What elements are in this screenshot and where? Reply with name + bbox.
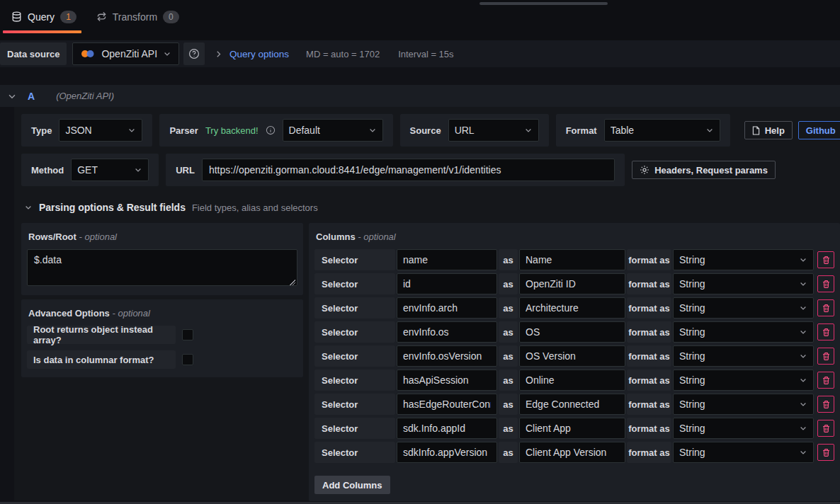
trash-icon: [822, 280, 831, 289]
database-icon: [11, 11, 22, 22]
delete-column-button[interactable]: [817, 396, 834, 413]
column-format-select[interactable]: String: [673, 297, 814, 319]
trash-icon: [822, 304, 831, 313]
github-button[interactable]: Github: [798, 121, 840, 139]
trash-icon: [822, 400, 831, 409]
interval-text: Interval = 15s: [398, 49, 453, 59]
type-row: Type JSON Parser Try backend! Default So…: [21, 114, 840, 147]
parsing-section-header[interactable]: Parsing options & Result fields Field ty…: [24, 199, 840, 216]
column-format-select[interactable]: String: [673, 370, 814, 391]
selector-label: Selector: [314, 273, 395, 294]
chevron-down-icon: [799, 352, 807, 360]
delete-column-button[interactable]: [817, 323, 834, 340]
delete-column-button[interactable]: [817, 372, 834, 389]
alias-input[interactable]: [519, 273, 625, 294]
format-select[interactable]: Table: [604, 119, 720, 142]
rows-root-optional: - optional: [79, 231, 117, 242]
datasource-help-button[interactable]: [183, 42, 205, 65]
selector-input[interactable]: [397, 273, 497, 294]
github-button-label: Github: [806, 125, 836, 136]
columns-panel: Columns - optional Selector as format as…: [309, 223, 840, 501]
alias-input[interactable]: [519, 297, 625, 319]
headers-request-params-button[interactable]: Headers, Request params: [632, 161, 776, 179]
selector-label: Selector: [314, 370, 395, 391]
selector-input[interactable]: [397, 418, 497, 439]
source-label: Source: [410, 125, 441, 136]
help-button[interactable]: Help: [744, 121, 793, 139]
chevron-down-icon: [799, 376, 807, 384]
columnar-format-checkbox[interactable]: [182, 354, 193, 365]
column-format-select[interactable]: String: [673, 418, 814, 439]
type-select[interactable]: JSON: [59, 119, 142, 142]
query-options-toggle[interactable]: Query options: [229, 49, 289, 59]
columns-optional: - optional: [358, 231, 395, 242]
parser-select[interactable]: Default: [283, 119, 383, 142]
help-button-label: Help: [765, 125, 785, 136]
column-format-select[interactable]: String: [673, 321, 814, 343]
format-label: Format: [566, 125, 597, 136]
type-select-value: JSON: [65, 125, 91, 136]
delete-column-button[interactable]: [817, 444, 834, 461]
delete-column-button[interactable]: [817, 348, 834, 365]
alias-input[interactable]: [519, 321, 625, 343]
rows-root-input[interactable]: $.data: [27, 249, 297, 286]
selector-input[interactable]: [397, 442, 497, 463]
source-select[interactable]: URL: [448, 119, 539, 142]
selector-input[interactable]: [397, 321, 497, 343]
delete-column-button[interactable]: [817, 251, 834, 268]
tab-transform[interactable]: Transform 0: [86, 0, 189, 33]
column-format-select[interactable]: String: [673, 345, 814, 367]
selector-input[interactable]: [397, 297, 497, 319]
column-format-select[interactable]: String: [673, 442, 814, 463]
column-mapping-row: Selector as format as String: [314, 418, 834, 439]
method-select-value: GET: [77, 164, 98, 176]
column-format-select[interactable]: String: [673, 273, 814, 294]
alias-input[interactable]: [519, 418, 625, 439]
datasource-picker[interactable]: OpenZiti API: [72, 42, 179, 65]
selector-label: Selector: [314, 394, 395, 415]
selector-input[interactable]: [397, 345, 497, 367]
selector-label: Selector: [314, 442, 395, 463]
trash-icon: [822, 352, 831, 361]
url-input[interactable]: [202, 159, 615, 181]
format-select-value: String: [679, 326, 705, 338]
alias-input[interactable]: [519, 394, 625, 415]
parsing-section-subtitle: Field types, alias and selectors: [192, 202, 318, 213]
format-select-value: String: [679, 374, 705, 386]
alias-input[interactable]: [519, 370, 625, 391]
alias-input[interactable]: [519, 249, 625, 270]
column-format-select[interactable]: String: [673, 249, 814, 270]
alias-input[interactable]: [519, 442, 625, 463]
method-field-group: Method GET: [21, 154, 159, 186]
chevron-down-icon: [134, 166, 142, 174]
chevron-down-icon: [705, 126, 714, 134]
rows-root-label: Rows/Root: [28, 231, 76, 242]
pane-resize-handle[interactable]: [479, 2, 608, 5]
column-mapping-row: Selector as format as String: [314, 442, 834, 463]
alias-input[interactable]: [519, 345, 625, 367]
query-row-header[interactable]: A (OpenZiti API): [0, 85, 840, 107]
tab-query[interactable]: Query 1: [1, 0, 86, 33]
delete-column-button[interactable]: [817, 299, 834, 316]
columnar-format-label: Is data in columnar format?: [27, 350, 176, 369]
selector-input[interactable]: [397, 249, 497, 270]
column-mapping-row: Selector as format as String: [314, 345, 834, 367]
tab-query-label: Query: [28, 11, 55, 23]
selector-input[interactable]: [397, 394, 497, 415]
selector-label: Selector: [314, 297, 395, 319]
selector-input[interactable]: [397, 370, 497, 391]
trash-icon: [822, 376, 831, 385]
selector-label: Selector: [314, 418, 395, 439]
root-returns-object-checkbox[interactable]: [182, 329, 193, 340]
delete-column-button[interactable]: [817, 275, 834, 292]
delete-column-button[interactable]: [817, 420, 834, 437]
chevron-down-icon: [799, 256, 807, 264]
rows-root-title: Rows/Root - optional: [28, 231, 297, 242]
format-as-label: format as: [627, 321, 671, 343]
method-select[interactable]: GET: [71, 159, 149, 181]
chevron-down-icon: [799, 424, 807, 433]
column-format-select[interactable]: String: [673, 394, 814, 415]
chevron-down-icon: [524, 126, 533, 134]
add-columns-button[interactable]: Add Columns: [314, 476, 390, 494]
collapse-chevron-icon[interactable]: [7, 91, 17, 101]
